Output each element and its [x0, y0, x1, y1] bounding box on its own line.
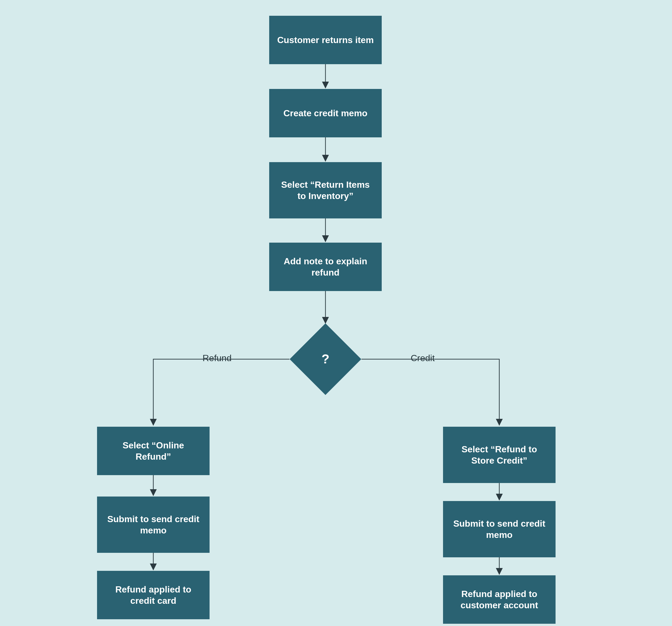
connectors	[0, 0, 672, 626]
